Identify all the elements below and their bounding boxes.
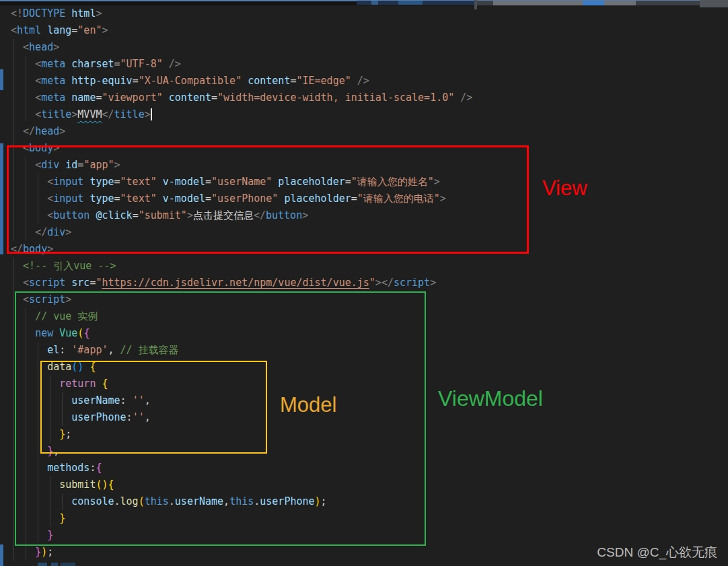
code-line[interactable]: <head> xyxy=(0,39,728,56)
code-line[interactable]: <title>MVVM</title> xyxy=(0,106,728,123)
code-line[interactable]: <!-- 引入vue --> xyxy=(0,258,728,275)
cropped-text-fragment xyxy=(38,563,47,566)
code-line[interactable]: <html lang="en"> xyxy=(0,22,728,39)
csdn-watermark: CSDN @C_心欲无痕 xyxy=(597,544,717,561)
code-line[interactable]: <meta name="viewport" content="width=dev… xyxy=(0,90,728,106)
code-line[interactable]: </head> xyxy=(0,123,728,140)
code-line[interactable]: <meta charset="UTF-8" /> xyxy=(0,56,728,73)
cropped-text-fragment xyxy=(51,563,58,566)
code-line[interactable]: <script src="https://cdn.jsdelivr.net/np… xyxy=(0,275,728,291)
cropped-text-fragment xyxy=(371,1,378,5)
view-label: View xyxy=(542,176,587,201)
editor-window: <!DOCTYPE html><html lang="en"> <head> <… xyxy=(0,0,728,566)
view-annotation-box xyxy=(7,145,529,254)
cropped-text-fragment xyxy=(61,563,75,566)
cropped-text-fragment xyxy=(398,1,423,5)
top-cropped-strip xyxy=(0,0,728,5)
viewmodel-label: ViewModel xyxy=(438,386,543,411)
text-cursor xyxy=(151,108,152,120)
model-label: Model xyxy=(280,393,336,417)
code-line[interactable]: <!DOCTYPE html> xyxy=(0,5,728,22)
code-line[interactable]: <meta http-equiv="X-UA-Compatible" conte… xyxy=(0,73,728,90)
horizontal-scrollbar-thumb[interactable] xyxy=(493,1,636,5)
scrollbar-decoration xyxy=(583,1,604,5)
model-annotation-box xyxy=(40,361,267,454)
